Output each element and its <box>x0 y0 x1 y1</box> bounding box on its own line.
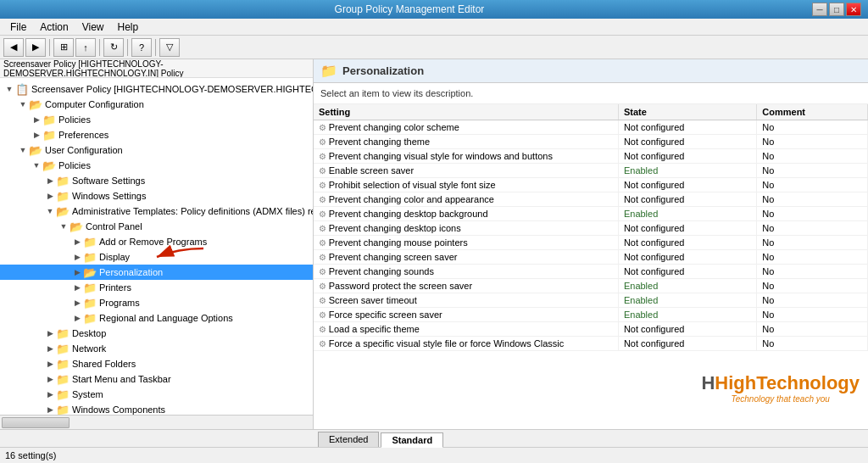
tree-item-control-panel[interactable]: ▼📂Control Panel <box>0 219 313 234</box>
folder-icon: 📂 <box>70 220 83 233</box>
show-hide-button[interactable]: ⊞ <box>53 38 74 57</box>
table-row[interactable]: ⚙ Prevent changing screen saverNot confi… <box>314 250 868 265</box>
setting-name: ⚙ Prevent changing desktop background <box>314 207 618 221</box>
tree-label: Shared Folders <box>72 359 136 369</box>
expand-icon[interactable]: ▶ <box>44 343 56 354</box>
tree-item-preferences-cc[interactable]: ▶📁Preferences <box>0 127 313 142</box>
table-row[interactable]: ⚙ Prevent changing desktop iconsNot conf… <box>314 221 868 236</box>
expand-icon[interactable]: ▶ <box>71 312 83 324</box>
expand-icon[interactable]: ▼ <box>17 144 29 156</box>
folder-icon: 📁 <box>56 358 70 371</box>
tree-label: Windows Components <box>72 404 165 415</box>
tree-item-network[interactable]: ▶📁Network <box>0 341 313 356</box>
right-header-title: Personalization <box>342 64 424 77</box>
tab-extended[interactable]: Extended <box>318 432 379 447</box>
table-row[interactable]: ⚙ Prohibit selection of visual style fon… <box>314 178 868 192</box>
table-row[interactable]: ⚙ Prevent changing desktop backgroundEna… <box>314 207 868 221</box>
filter-button[interactable]: ▽ <box>159 38 180 57</box>
folder-icon: 📂 <box>83 266 97 279</box>
folder-icon: 📁 <box>83 282 97 294</box>
table-row[interactable]: ⚙ Force a specific visual style file or … <box>314 337 868 351</box>
tree-item-personalization[interactable]: ▶📂Personalization <box>0 265 313 280</box>
table-row[interactable]: ⚙ Force specific screen saverEnabledNo <box>314 308 868 322</box>
folder-icon: 📁 <box>56 388 70 401</box>
tree-label: Windows Settings <box>72 191 146 201</box>
table-row[interactable]: ⚙ Prevent changing color and appearanceN… <box>314 192 868 207</box>
tab-standard[interactable]: Standard <box>381 432 443 448</box>
table-row[interactable]: ⚙ Prevent changing visual style for wind… <box>314 149 868 164</box>
tree-label: Printers <box>99 282 131 293</box>
expand-icon[interactable]: ▶ <box>44 190 56 202</box>
tree-label: Administrative Templates: Policy definit… <box>72 206 313 216</box>
expand-icon[interactable]: ▼ <box>44 205 56 217</box>
tree-item-start-menu[interactable]: ▶📁Start Menu and Taskbar <box>0 371 313 387</box>
refresh-button[interactable]: ↻ <box>103 38 124 57</box>
table-row[interactable]: ⚙ Screen saver timeoutEnabledNo <box>314 293 868 308</box>
setting-state: Not configured <box>618 192 756 207</box>
tree-item-windows-components[interactable]: ▶📁Windows Components <box>0 402 313 415</box>
expand-icon[interactable]: ▶ <box>71 251 83 263</box>
setting-state: Not configured <box>618 337 756 351</box>
menu-item-action[interactable]: Action <box>33 20 75 35</box>
tree-item-printers[interactable]: ▶📁Printers <box>0 280 313 295</box>
help-button[interactable]: ? <box>131 38 152 57</box>
setting-name: ⚙ Prevent changing mouse pointers <box>314 236 618 250</box>
table-row[interactable]: ⚙ Password protect the screen saverEnabl… <box>314 279 868 293</box>
tree-item-software-settings[interactable]: ▶📁Software Settings <box>0 173 313 188</box>
table-row[interactable]: ⚙ Prevent changing themeNot configuredNo <box>314 135 868 149</box>
table-row[interactable]: ⚙ Prevent changing color schemeNot confi… <box>314 120 868 135</box>
menu-item-help[interactable]: Help <box>111 20 146 35</box>
expand-icon[interactable]: ▶ <box>31 114 42 126</box>
expand-icon[interactable]: ▶ <box>44 404 56 415</box>
menu-item-view[interactable]: View <box>75 20 111 35</box>
table-row[interactable]: ⚙ Load a specific themeNot configuredNo <box>314 322 868 337</box>
tree-item-shared-folders[interactable]: ▶📁Shared Folders <box>0 356 313 371</box>
expand-icon[interactable]: ▼ <box>31 159 42 171</box>
expand-icon[interactable]: ▶ <box>44 175 56 187</box>
tree-item-windows-settings[interactable]: ▶📁Windows Settings <box>0 188 313 204</box>
tree-item-add-remove[interactable]: ▶📁Add or Remove Programs <box>0 234 313 249</box>
tree-item-system[interactable]: ▶📁System <box>0 387 313 402</box>
expand-icon[interactable]: ▶ <box>44 358 56 370</box>
maximize-button[interactable]: □ <box>829 3 844 16</box>
tree-label: Desktop <box>72 328 106 338</box>
expand-icon[interactable]: ▼ <box>58 220 70 232</box>
tree-item-admin-templates[interactable]: ▼📂Administrative Templates: Policy defin… <box>0 204 313 219</box>
expand-icon[interactable]: ▶ <box>71 297 83 309</box>
tree-item-screensaver-policy[interactable]: ▼📋Screensaver Policy [HIGHTECHNOLOGY-DEM… <box>0 81 313 97</box>
expand-icon[interactable]: ▶ <box>71 266 83 278</box>
table-row[interactable]: ⚙ Prevent changing soundsNot configuredN… <box>314 265 868 279</box>
table-row[interactable]: ⚙ Prevent changing mouse pointersNot con… <box>314 236 868 250</box>
close-button[interactable]: ✕ <box>846 3 861 16</box>
tree-item-display[interactable]: ▶📁Display <box>0 249 313 265</box>
expand-icon[interactable]: ▶ <box>71 236 83 248</box>
table-row[interactable]: ⚙ Enable screen saverEnabledNo <box>314 164 868 178</box>
tree-item-programs[interactable]: ▶📁Programs <box>0 295 313 310</box>
tree-item-user-configuration[interactable]: ▼📂User Configuration <box>0 142 313 158</box>
folder-icon: 📂 <box>42 159 56 172</box>
menu-item-file[interactable]: File <box>3 20 33 35</box>
minimize-button[interactable]: ─ <box>812 3 827 16</box>
folder-icon: 📁 <box>83 236 97 248</box>
tree-item-regional[interactable]: ▶📁Regional and Language Options <box>0 310 313 326</box>
up-button[interactable]: ↑ <box>75 38 96 57</box>
expand-icon[interactable]: ▶ <box>31 129 42 141</box>
expand-icon[interactable]: ▶ <box>71 282 83 293</box>
back-button[interactable]: ◀ <box>3 38 24 57</box>
tree-label: Preferences <box>58 130 108 140</box>
expand-icon[interactable]: ▶ <box>44 388 56 400</box>
setting-state: Enabled <box>618 164 756 178</box>
tree-item-computer-configuration[interactable]: ▼📂Computer Configuration <box>0 97 313 112</box>
tree-item-desktop[interactable]: ▶📁Desktop <box>0 326 313 341</box>
setting-name: ⚙ Prevent changing desktop icons <box>314 221 618 236</box>
right-panel: 📁 Personalization Select an item to view… <box>314 59 868 429</box>
forward-button[interactable]: ▶ <box>25 38 46 57</box>
tree-item-policies-cc[interactable]: ▶📁Policies <box>0 112 313 127</box>
expand-icon[interactable]: ▶ <box>44 373 56 385</box>
expand-icon[interactable]: ▶ <box>44 327 56 339</box>
expand-icon[interactable]: ▼ <box>17 98 29 110</box>
tree-label: Start Menu and Taskbar <box>72 374 171 384</box>
setting-comment: No <box>757 135 868 149</box>
expand-icon[interactable]: ▼ <box>3 83 15 95</box>
tree-item-policies-uc[interactable]: ▼📂Policies <box>0 158 313 173</box>
